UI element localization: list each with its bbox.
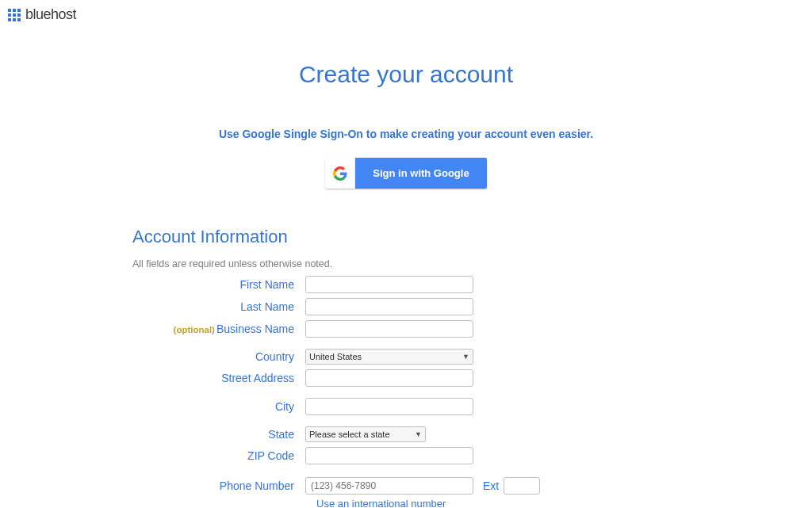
sso-prompt: Use Google Single Sign-On to make creati…: [0, 128, 812, 140]
brand-logo[interactable]: bluehost: [0, 0, 812, 29]
brand-name: bluehost: [25, 6, 76, 23]
chevron-down-icon: ▼: [462, 353, 469, 361]
page-title: Create your account: [0, 61, 812, 88]
grid-icon: [8, 9, 21, 21]
optional-tag: (optional): [174, 325, 215, 334]
label-first-name: First Name: [132, 278, 305, 291]
state-select[interactable]: Please select a state▼: [305, 426, 426, 442]
svg-rect-4: [13, 13, 16, 17]
svg-rect-0: [8, 9, 11, 12]
label-street-address: Street Address: [132, 372, 305, 384]
city-input[interactable]: [305, 398, 473, 415]
svg-rect-3: [8, 13, 11, 17]
label-zip: ZIP Code: [132, 449, 305, 462]
zip-input[interactable]: [305, 447, 473, 464]
required-note: All fields are required unless otherwise…: [132, 258, 680, 269]
svg-rect-2: [17, 9, 21, 12]
chevron-down-icon: ▼: [415, 430, 422, 438]
street-address-input[interactable]: [305, 369, 473, 387]
label-state: State: [132, 428, 305, 441]
intl-number-link[interactable]: Use an international number: [316, 498, 680, 508]
svg-rect-8: [17, 18, 21, 21]
phone-input[interactable]: [305, 477, 473, 495]
label-business-name: (optional)Business Name: [132, 323, 305, 335]
svg-rect-6: [8, 18, 11, 21]
svg-rect-5: [17, 13, 21, 17]
google-signin-label: Sign in with Google: [355, 158, 486, 189]
svg-rect-1: [13, 9, 16, 12]
label-phone: Phone Number: [132, 479, 305, 492]
label-last-name: Last Name: [132, 300, 305, 313]
first-name-input[interactable]: [305, 276, 473, 293]
google-signin-button[interactable]: Sign in with Google: [325, 158, 486, 189]
svg-rect-7: [13, 18, 16, 21]
label-ext: Ext: [483, 479, 499, 492]
country-select[interactable]: United States▼: [305, 349, 473, 365]
label-country: Country: [132, 350, 305, 363]
google-icon: [325, 158, 355, 189]
section-title: Account Information: [132, 227, 680, 247]
phone-ext-input[interactable]: [504, 477, 540, 495]
last-name-input[interactable]: [305, 298, 473, 315]
business-name-input[interactable]: [305, 320, 473, 338]
account-form: First Name Last Name (optional)Business …: [132, 276, 680, 508]
label-city: City: [132, 400, 305, 413]
